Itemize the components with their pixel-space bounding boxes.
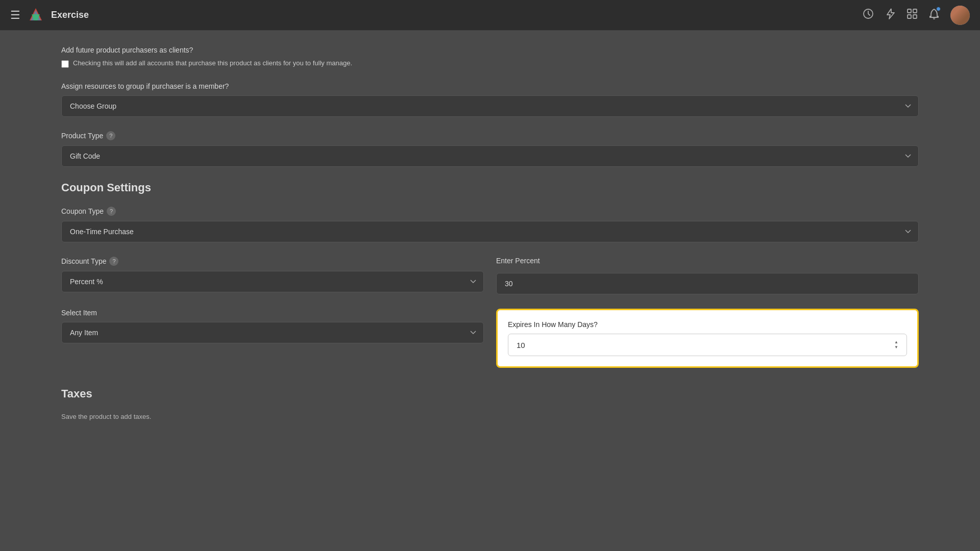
assign-resources-select[interactable]: Choose Group <box>61 95 919 117</box>
discount-type-section: Discount Type ? Percent % <box>61 257 484 292</box>
topbar-left: ☰ Exercise <box>10 7 89 23</box>
expires-days-section: Expires In How Many Days? ▲ ▼ <box>496 309 919 368</box>
coupon-settings-heading: Coupon Settings <box>61 181 919 194</box>
enter-percent-label: Enter Percent <box>496 257 919 265</box>
coupon-type-section: Coupon Type ? One-Time Purchase <box>61 207 919 242</box>
bell-icon[interactable] <box>929 8 939 22</box>
select-item-expires-row: Select Item Any Item Expires In How Many… <box>61 309 919 382</box>
expires-days-label: Expires In How Many Days? <box>508 320 907 329</box>
select-item-label: Select Item <box>61 309 484 317</box>
svg-rect-5 <box>913 9 917 13</box>
svg-rect-6 <box>908 15 911 18</box>
history-icon[interactable] <box>863 8 874 22</box>
enter-percent-section: Enter Percent <box>496 257 919 294</box>
lightning-icon[interactable] <box>885 8 895 22</box>
assign-resources-label: Assign resources to group if purchaser i… <box>61 82 919 90</box>
spinner-arrows[interactable]: ▲ ▼ <box>894 340 898 349</box>
notification-dot <box>936 7 941 11</box>
taxes-heading: Taxes <box>61 387 919 400</box>
expires-days-input-wrapper: ▲ ▼ <box>508 334 907 356</box>
app-title: Exercise <box>51 10 89 20</box>
product-type-select[interactable]: Gift Code <box>61 145 919 167</box>
product-type-label: Product Type ? <box>61 131 919 140</box>
coupon-type-select[interactable]: One-Time Purchase <box>61 221 919 242</box>
discount-percent-row: Discount Type ? Percent % Enter Percent <box>61 257 919 309</box>
topbar-right <box>863 6 970 25</box>
enter-percent-input[interactable] <box>496 273 919 294</box>
product-type-help-icon[interactable]: ? <box>106 131 115 140</box>
assign-resources-section: Assign resources to group if purchaser i… <box>61 82 919 117</box>
add-purchasers-checkbox-row: Checking this will add all accounts that… <box>61 59 919 68</box>
taxes-note: Save the product to add taxes. <box>61 413 919 420</box>
select-item-select[interactable]: Any Item <box>61 322 484 343</box>
coupon-type-label: Coupon Type ? <box>61 207 919 216</box>
logo-icon <box>28 7 44 23</box>
main-content: Add future product purchasers as clients… <box>0 31 980 551</box>
add-purchasers-checkbox[interactable] <box>61 60 69 68</box>
svg-point-8 <box>934 18 935 19</box>
menu-icon[interactable]: ☰ <box>10 9 20 22</box>
topbar: ☰ Exercise <box>0 0 980 31</box>
expires-days-input[interactable] <box>517 341 883 349</box>
discount-type-label: Discount Type ? <box>61 257 484 266</box>
product-type-section: Product Type ? Gift Code <box>61 131 919 167</box>
svg-rect-4 <box>908 9 911 13</box>
discount-type-help-icon[interactable]: ? <box>109 257 118 266</box>
discount-type-select[interactable]: Percent % <box>61 271 484 292</box>
coupon-type-help-icon[interactable]: ? <box>107 207 116 216</box>
add-purchasers-section: Add future product purchasers as clients… <box>61 46 919 68</box>
expires-days-highlighted-box: Expires In How Many Days? ▲ ▼ <box>496 309 919 368</box>
svg-rect-7 <box>913 15 917 18</box>
select-item-section: Select Item Any Item <box>61 309 484 343</box>
add-purchasers-label: Add future product purchasers as clients… <box>61 46 919 54</box>
user-avatar[interactable] <box>950 6 970 25</box>
grid-icon[interactable] <box>906 8 918 22</box>
add-purchasers-checkbox-label: Checking this will add all accounts that… <box>73 59 352 67</box>
